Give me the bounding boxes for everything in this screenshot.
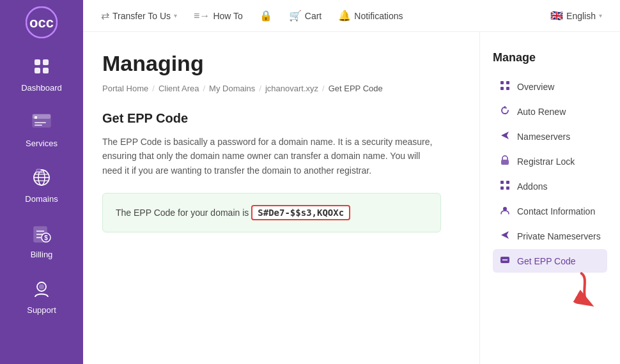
svg-rect-3: [43, 59, 49, 65]
privatens-icon: [499, 230, 511, 242]
manage-registrarlock-label: Registrar Lock: [517, 156, 575, 167]
transfer-to-us-nav[interactable]: ⇄ Transfer To Us ▾: [96, 6, 182, 25]
manage-item-nameservers[interactable]: Nameservers: [493, 125, 607, 148]
breadcrumb-sep-3: /: [259, 84, 261, 93]
breadcrumb: Portal Home / Client Area / My Domains /…: [102, 84, 460, 93]
manage-geteppcode-label: Get EPP Code: [517, 256, 576, 266]
notifications-label: Notifications: [354, 11, 403, 21]
addons-icon: [499, 180, 511, 192]
manage-item-privatens[interactable]: Private Nameservers: [493, 224, 607, 248]
howto-label: How To: [213, 11, 242, 21]
svg-point-27: [39, 284, 44, 289]
section-desc: The EPP Code is basically a password for…: [102, 135, 441, 178]
bell-icon: 🔔: [338, 10, 351, 22]
svg-rect-9: [35, 122, 46, 123]
sidebar-item-services[interactable]: Services: [0, 100, 83, 156]
breadcrumb-current: Get EPP Code: [329, 84, 383, 93]
lock-icon: 🔒: [260, 10, 272, 22]
billing-icon: $: [27, 219, 56, 247]
arrow-indicator: [562, 269, 608, 317]
sidebar-item-dashboard-label: Dashboard: [21, 83, 62, 93]
manage-addons-label: Addons: [517, 181, 547, 192]
transfer-arrow-icon: ▾: [174, 12, 177, 19]
registrarlock-icon: [499, 155, 511, 167]
autorenew-icon: [499, 105, 511, 118]
svg-marker-39: [501, 231, 509, 239]
svg-text:www: www: [36, 171, 42, 173]
content-area: Managing Portal Home / Client Area / My …: [83, 32, 479, 364]
breadcrumb-sep-4: /: [322, 84, 325, 93]
sidebar-item-dashboard[interactable]: Dashboard: [0, 45, 83, 100]
manage-item-contactinfo[interactable]: Contact Information: [493, 199, 607, 223]
overview-icon: [499, 80, 511, 93]
sidebar-logo: occ: [26, 6, 58, 41]
manage-sidebar: Manage Overview Auto Renew Nameservers: [479, 32, 620, 364]
epp-code-box: The EPP Code for your domain is S#De7-$$…: [102, 193, 441, 232]
epp-prefix-text: The EPP Code for your domain is: [116, 208, 249, 218]
services-icon: [27, 108, 56, 136]
svg-marker-32: [501, 132, 509, 139]
language-label: English: [566, 11, 596, 21]
breadcrumb-my-domains[interactable]: My Domains: [209, 84, 255, 93]
page-content: Managing Portal Home / Client Area / My …: [83, 32, 620, 364]
manage-overview-label: Overview: [517, 82, 554, 92]
globe-icon: www www: [27, 163, 56, 192]
svg-rect-33: [501, 160, 509, 165]
sidebar-item-services-label: Services: [26, 139, 58, 148]
dashboard-icon: [27, 52, 56, 80]
howto-nav[interactable]: ≡→ How To: [189, 7, 248, 25]
nameservers-icon: [499, 130, 511, 142]
sidebar-item-billing[interactable]: $ Billing: [0, 211, 83, 267]
svg-rect-28: [500, 81, 504, 84]
sidebar-item-billing-label: Billing: [31, 250, 53, 259]
language-dropdown[interactable]: 🇬🇧 English ▾: [545, 6, 607, 25]
flag-icon: 🇬🇧: [550, 10, 563, 22]
cart-nav[interactable]: 🔒: [254, 6, 277, 25]
manage-nameservers-label: Nameservers: [517, 132, 570, 142]
contactinfo-icon: [499, 205, 511, 217]
svg-rect-31: [506, 87, 509, 90]
howto-icon: ≡→: [194, 10, 210, 22]
svg-rect-8: [35, 116, 37, 119]
svg-text:$: $: [44, 234, 48, 241]
svg-point-38: [503, 207, 507, 211]
manage-item-autorenew[interactable]: Auto Renew: [493, 100, 607, 123]
support-icon: [27, 275, 56, 303]
epp-code-value[interactable]: S#De7-$$s3,KQOXc: [251, 205, 350, 220]
svg-rect-37: [506, 186, 509, 190]
breadcrumb-domain[interactable]: jchanovart.xyz: [265, 84, 318, 93]
transfer-icon: ⇄: [101, 10, 109, 22]
notifications-nav[interactable]: 🔔 Notifications: [333, 6, 408, 25]
svg-text:occ: occ: [29, 15, 54, 31]
sidebar-item-support-label: Support: [27, 305, 56, 315]
manage-autorenew-label: Auto Renew: [517, 107, 566, 117]
sidebar-item-domains[interactable]: www www Domains: [0, 156, 83, 211]
page-title: Managing: [102, 51, 460, 76]
breadcrumb-sep-2: /: [203, 84, 205, 93]
section-title: Get EPP Code: [102, 111, 460, 126]
manage-item-geteppcode[interactable]: Get EPP Code: [493, 249, 607, 273]
manage-item-addons[interactable]: Addons: [493, 174, 607, 198]
sidebar-item-support[interactable]: Support: [0, 267, 83, 322]
sidebar-item-domains-label: Domains: [25, 194, 58, 204]
svg-rect-34: [500, 181, 504, 184]
breadcrumb-client-area[interactable]: Client Area: [159, 84, 199, 93]
svg-rect-29: [506, 81, 509, 84]
cart-icon: 🛒: [289, 10, 302, 22]
manage-title: Manage: [493, 51, 607, 64]
breadcrumb-portal-home[interactable]: Portal Home: [102, 84, 148, 93]
manage-item-overview[interactable]: Overview: [493, 75, 607, 98]
topnav: ⇄ Transfer To Us ▾ ≡→ How To 🔒 🛒 Cart 🔔 …: [83, 0, 620, 32]
manage-contactinfo-label: Contact Information: [517, 206, 595, 216]
transfer-label: Transfer To Us: [112, 11, 171, 21]
svg-rect-10: [35, 125, 42, 126]
manage-item-registrarlock[interactable]: Registrar Lock: [493, 149, 607, 173]
cart-label: Cart: [305, 11, 322, 21]
svg-rect-4: [35, 68, 40, 73]
svg-rect-30: [500, 87, 504, 90]
breadcrumb-sep-1: /: [152, 84, 155, 93]
cart-icon-nav[interactable]: 🛒 Cart: [284, 6, 327, 25]
svg-rect-36: [500, 186, 504, 190]
svg-rect-35: [506, 181, 509, 184]
svg-rect-5: [43, 68, 49, 73]
